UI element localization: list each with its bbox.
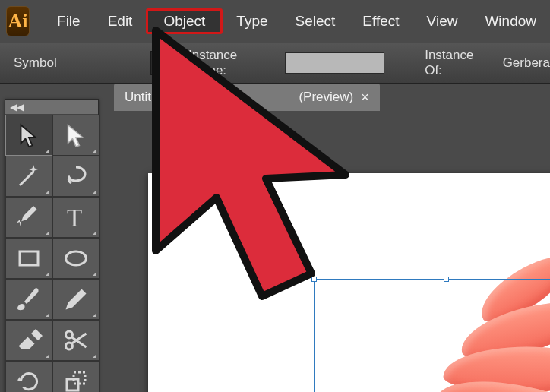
- menu-type[interactable]: Type: [223, 8, 281, 34]
- tab-view-mode: (Preview): [299, 90, 353, 105]
- symbol-label: Symbol: [14, 55, 57, 71]
- symbol-config-icon[interactable]: [150, 51, 172, 75]
- scissors-tool[interactable]: [52, 320, 100, 361]
- menu-edit[interactable]: Edit: [94, 8, 147, 34]
- tools-panel-collapse[interactable]: ◀◀: [5, 100, 98, 115]
- selection-handle-n[interactable]: [444, 277, 449, 282]
- selection-bounding-box[interactable]: [314, 279, 550, 392]
- svg-point-3: [66, 251, 87, 265]
- menu-window[interactable]: Window: [471, 8, 550, 34]
- pen-tool[interactable]: [5, 197, 52, 238]
- collapse-icon: ◀◀: [10, 102, 24, 112]
- tab-close-icon[interactable]: ×: [361, 90, 369, 106]
- app-abbr: Ai: [8, 10, 28, 33]
- selection-handle-nw[interactable]: [311, 277, 317, 282]
- menu-file[interactable]: File: [43, 8, 94, 34]
- eraser-tool[interactable]: [5, 320, 52, 361]
- menu-bar: Ai File Edit Object Type Select Effect V…: [0, 0, 550, 43]
- pencil-tool[interactable]: [52, 279, 100, 320]
- ellipse-tool[interactable]: [52, 238, 100, 279]
- type-tool[interactable]: T: [52, 197, 100, 238]
- scale-tool[interactable]: [52, 361, 100, 392]
- selection-tool[interactable]: [5, 115, 52, 156]
- tools-panel: ◀◀ T: [5, 99, 99, 392]
- rotate-tool[interactable]: [5, 361, 52, 392]
- instance-of-value: Gerbera: [503, 55, 550, 71]
- menu-view[interactable]: View: [413, 8, 472, 34]
- paintbrush-tool[interactable]: [5, 279, 52, 320]
- rectangle-tool[interactable]: [5, 238, 52, 279]
- menu-object[interactable]: Object: [146, 8, 223, 34]
- svg-point-0: [21, 223, 24, 226]
- tools-grid: T: [5, 115, 98, 392]
- app-icon: Ai: [6, 6, 30, 36]
- direct-selection-tool[interactable]: [52, 115, 100, 156]
- instance-of-label: Instance Of:: [425, 48, 485, 78]
- control-bar: Symbol Instance Name: Instance Of: Gerbe…: [0, 43, 550, 84]
- svg-text:T: T: [67, 204, 82, 231]
- document-tab[interactable]: Untitled-7* (Preview) ×: [114, 84, 380, 111]
- menu-effect[interactable]: Effect: [349, 8, 412, 34]
- instance-name-input[interactable]: [285, 52, 385, 74]
- tab-filename: Untitled-7*: [125, 90, 185, 105]
- instance-name-label: Instance Name:: [188, 48, 268, 78]
- magic-wand-tool[interactable]: [5, 156, 52, 197]
- menu-select[interactable]: Select: [282, 8, 349, 34]
- svg-rect-2: [20, 251, 38, 265]
- lasso-tool[interactable]: [52, 156, 100, 197]
